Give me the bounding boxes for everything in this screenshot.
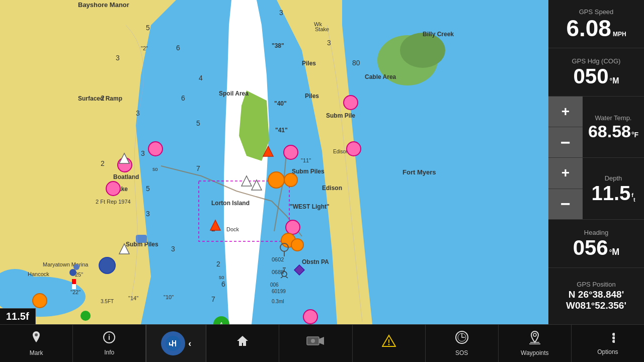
garmin-button[interactable]: ‹ [146, 325, 206, 362]
svg-text:2: 2 [216, 260, 220, 268]
info-button[interactable]: i Info [73, 325, 146, 362]
svg-point-125 [612, 336, 615, 339]
svg-text:"40": "40" [274, 100, 287, 107]
mark-label: Mark [30, 349, 43, 356]
svg-text:6: 6 [181, 94, 185, 102]
warning-button[interactable] [353, 325, 426, 362]
svg-text:6: 6 [221, 280, 225, 288]
svg-text:5: 5 [196, 119, 200, 127]
options-button[interactable]: Options [572, 325, 644, 362]
svg-text:5: 5 [146, 185, 150, 193]
svg-text:2 Ft Rep 1974: 2 Ft Rep 1974 [96, 199, 131, 205]
gps-position-block: GPS Position N 26°38.848' W081°52.356' [548, 268, 644, 324]
gps-hdg-label: GPS Hdg (COG) [572, 57, 621, 65]
depth-minus-button[interactable]: − [548, 189, 583, 219]
svg-text:5: 5 [146, 24, 150, 32]
svg-point-78 [286, 220, 300, 234]
info-icon: i [103, 331, 116, 347]
heading-m: M [612, 247, 619, 257]
home-button[interactable] [206, 325, 279, 362]
svg-text:Edison: Edison [333, 149, 349, 154]
plus-minus-col: + − [548, 97, 583, 158]
sos-label: SOS [455, 349, 468, 356]
depth-value: 11.5 [591, 183, 630, 203]
home-icon [235, 334, 250, 351]
camera-icon [306, 335, 325, 350]
svg-text:3: 3 [146, 210, 150, 218]
depth-label: Depth [605, 174, 622, 182]
svg-point-124 [612, 333, 615, 336]
mark-button[interactable]: Mark [0, 325, 73, 362]
heading-value: 056 [573, 237, 608, 258]
svg-text:6: 6 [176, 44, 180, 52]
svg-text:so: so [152, 166, 158, 172]
svg-text:Bayshore Manor: Bayshore Manor [78, 1, 129, 9]
svg-text:Dock: Dock [226, 226, 239, 232]
svg-text:Obstn PA: Obstn PA [302, 258, 329, 265]
svg-text:Cable Area: Cable Area [365, 73, 396, 80]
svg-text:Fort Myers: Fort Myers [403, 168, 436, 176]
gps-lon: W081°52.356' [566, 300, 626, 311]
camera-button[interactable] [279, 325, 352, 362]
options-icon [601, 331, 615, 347]
svg-marker-2 [342, 0, 548, 324]
options-label: Options [597, 348, 618, 355]
svg-text:Stake: Stake [315, 26, 329, 32]
depth-value-col: Depth 11.5 ft [583, 158, 644, 219]
sos-button[interactable]: SOS [426, 325, 499, 362]
heading-block: Heading 056 ° M [548, 220, 644, 268]
svg-text:i: i [108, 333, 110, 341]
water-temp-label: Water Temp. [595, 114, 632, 122]
svg-point-77 [347, 142, 361, 156]
svg-point-115 [311, 339, 315, 343]
map-area[interactable]: 5 3 6 4 2 3 6 2 3 5 5 7 3 3 2 2 7 6 3 80… [0, 0, 548, 324]
svg-text:"10": "10" [164, 294, 174, 300]
garmin-logo [161, 331, 185, 355]
svg-point-75 [284, 145, 298, 159]
svg-text:Boatland: Boatland [113, 173, 139, 180]
svg-rect-93 [72, 279, 76, 284]
svg-text:so: so [219, 275, 224, 280]
gps-hdg-value: 050 [573, 66, 608, 87]
depth-block: + − Depth 11.5 ft [548, 158, 644, 220]
waypoints-label: Waypoints [521, 349, 549, 356]
gps-hdg-block: GPS Hdg (COG) 050 ° M [548, 48, 644, 97]
bottom-toolbar: Mark i Info ‹ [0, 324, 644, 362]
waypoints-icon [528, 330, 542, 348]
svg-point-74 [148, 142, 163, 156]
gps-speed-block: GPS Speed 6.08 MPH [548, 0, 644, 48]
svg-point-121 [533, 333, 536, 336]
minus-button[interactable]: − [548, 127, 583, 157]
plus-button[interactable]: + [548, 97, 583, 127]
svg-point-73 [106, 182, 120, 196]
gps-speed-value: 6.08 [566, 17, 611, 40]
warning-icon [382, 334, 396, 351]
svg-text:7: 7 [211, 295, 215, 303]
gps-hdg-m: M [612, 76, 619, 85]
water-temp-value: 68.58 [588, 123, 631, 140]
speed-display-value: 11.5f [6, 311, 29, 322]
svg-text:"2": "2" [141, 45, 148, 51]
svg-rect-100 [69, 269, 76, 276]
svg-text:Subm Piles: Subm Piles [292, 168, 325, 175]
back-arrow-icon: ‹ [188, 338, 191, 349]
svg-text:Maryatown Marina: Maryatown Marina [43, 261, 89, 267]
svg-text:7: 7 [196, 164, 200, 172]
temp-value-col: Water Temp. 68.58 °F [583, 97, 644, 158]
svg-text:0.3ml: 0.3ml [272, 299, 284, 304]
svg-rect-86 [80, 311, 91, 321]
waypoints-button[interactable]: Waypoints [499, 325, 572, 362]
svg-text:Lorton Island: Lorton Island [211, 200, 250, 207]
svg-text:80: 80 [352, 59, 360, 67]
svg-point-87 [33, 294, 47, 308]
svg-text:Edison: Edison [322, 185, 342, 192]
svg-text:3: 3 [141, 149, 145, 157]
right-panel: GPS Speed 6.08 MPH GPS Hdg (COG) 050 ° M… [548, 0, 644, 324]
svg-text:Billy Creek: Billy Creek [423, 31, 454, 38]
speed-indicator: 11.5f [0, 308, 36, 324]
depth-plus-button[interactable]: + [548, 158, 583, 189]
svg-text:3: 3 [116, 54, 120, 62]
info-label: Info [104, 349, 114, 356]
svg-text:2: 2 [101, 159, 105, 167]
svg-text:"41": "41" [275, 127, 288, 134]
